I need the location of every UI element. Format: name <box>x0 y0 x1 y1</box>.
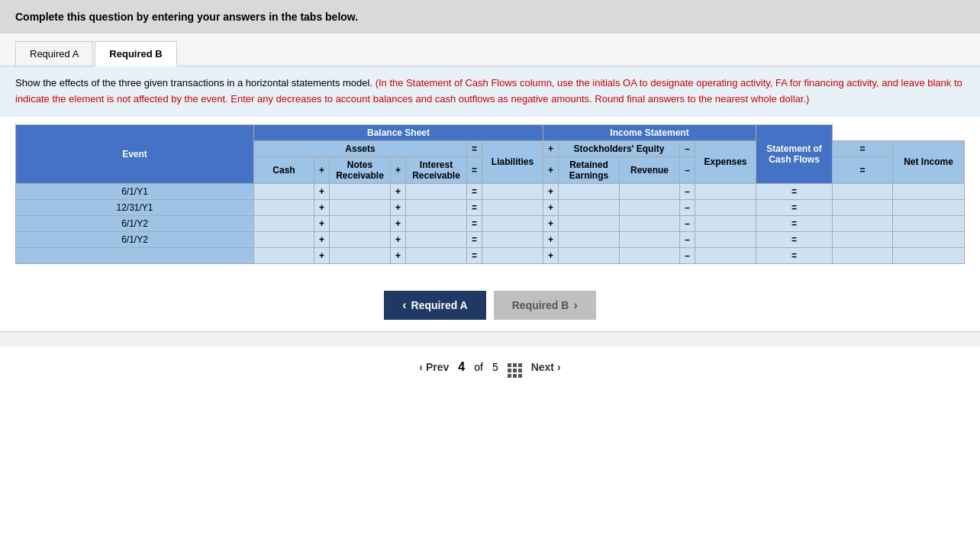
tab-required-b[interactable]: Required B <box>95 41 176 66</box>
table-row: + + = + – = <box>16 247 965 263</box>
liabilities-input-3[interactable] <box>482 215 543 231</box>
plus-cash: + <box>314 156 330 183</box>
cash-input-4[interactable] <box>254 231 314 247</box>
eq-op-4b: = <box>756 231 833 247</box>
of-label: of <box>474 361 483 373</box>
eq-op-3b: = <box>756 215 833 231</box>
eq-op-5b: = <box>756 247 833 263</box>
retained-input-2[interactable] <box>559 199 620 215</box>
se-header: Stockholders' Equity <box>559 140 680 156</box>
expenses-input-3[interactable] <box>695 215 756 231</box>
eq-op-3: = <box>467 215 482 231</box>
netincome-input-3[interactable] <box>833 215 893 231</box>
retained-input-3[interactable] <box>559 215 620 231</box>
minus-op-5: – <box>680 247 695 263</box>
cash-input-1[interactable] <box>254 183 314 199</box>
instructions-area: Show the effects of the three given tran… <box>0 66 980 117</box>
next-page-button[interactable]: Next › <box>531 361 561 373</box>
assets-header: Assets <box>254 140 467 156</box>
eq-assets: = <box>467 156 482 183</box>
event-label-3: 6/1/Y2 <box>16 215 254 231</box>
interest-receivable-header: Interest Receivable <box>406 156 467 183</box>
plus-op-2b: + <box>391 199 406 215</box>
scf-input-1[interactable] <box>893 183 965 199</box>
cash-header: Cash <box>254 156 314 183</box>
notes-input-3[interactable] <box>330 215 391 231</box>
tab-required-a[interactable]: Required A <box>15 41 93 66</box>
table-row: 6/1/Y2 + + = + – = <box>16 215 965 231</box>
netincome-input-2[interactable] <box>833 199 893 215</box>
plus-notes: + <box>391 156 406 183</box>
retained-input-4[interactable] <box>559 231 620 247</box>
next-button-label: Required B <box>512 299 569 311</box>
notes-input-2[interactable] <box>330 199 391 215</box>
liabilities-input-2[interactable] <box>482 199 543 215</box>
next-required-b-button[interactable]: Required B › <box>494 291 596 320</box>
notes-input-1[interactable] <box>330 183 391 199</box>
interest-input-2[interactable] <box>406 199 467 215</box>
eq-op-5: = <box>467 247 482 263</box>
minus-op-4: – <box>680 231 695 247</box>
notes-input-5[interactable] <box>330 247 391 263</box>
notes-receivable-header: Notes Receivable <box>330 156 391 183</box>
interest-input-4[interactable] <box>406 231 467 247</box>
revenue-input-4[interactable] <box>620 231 680 247</box>
prev-required-a-button[interactable]: ‹ Required A <box>384 291 485 320</box>
nav-buttons-area: ‹ Required A Required B › <box>0 279 980 331</box>
plus-liabilities: + <box>543 156 559 183</box>
cash-input-5[interactable] <box>254 247 314 263</box>
scf-input-5[interactable] <box>893 247 965 263</box>
cash-input-2[interactable] <box>254 199 314 215</box>
plus-op-1a: + <box>314 183 330 199</box>
expenses-input-5[interactable] <box>695 247 756 263</box>
revenue-input-3[interactable] <box>620 215 680 231</box>
minus-header: – <box>680 140 695 156</box>
revenue-input-5[interactable] <box>620 247 680 263</box>
plus1-header: + <box>543 140 559 156</box>
prev-page-button[interactable]: ‹ Prev <box>419 361 449 373</box>
revenue-input-1[interactable] <box>620 183 680 199</box>
event-col-header: Event <box>16 124 254 183</box>
income-statement-header: Income Statement <box>543 124 756 140</box>
instructions-black: Show the effects of the three given tran… <box>15 77 372 89</box>
netincome-input-5[interactable] <box>833 247 893 263</box>
bottom-scrollbar[interactable] <box>0 331 980 346</box>
plus-op-3a: + <box>314 215 330 231</box>
retained-input-1[interactable] <box>559 183 620 199</box>
scf-input-2[interactable] <box>893 199 965 215</box>
plus-op-4c: + <box>543 231 559 247</box>
netincome-input-1[interactable] <box>833 183 893 199</box>
expenses-input-1[interactable] <box>695 183 756 199</box>
event-label-4: 6/1/Y2 <box>16 231 254 247</box>
main-table: Event Balance Sheet Income Statement Sta… <box>15 124 965 264</box>
liabilities-input-5[interactable] <box>482 247 543 263</box>
netincome-input-4[interactable] <box>833 231 893 247</box>
scf-input-4[interactable] <box>893 231 965 247</box>
prev-label: Prev <box>426 361 449 373</box>
interest-input-1[interactable] <box>406 183 467 199</box>
expenses-header: Expenses <box>695 140 756 183</box>
pagination-area: ‹ Prev 4 of 5 Next › <box>0 346 980 388</box>
interest-input-3[interactable] <box>406 215 467 231</box>
cash-input-3[interactable] <box>254 215 314 231</box>
plus-op-3b: + <box>391 215 406 231</box>
grid-icon[interactable] <box>508 357 522 378</box>
scf-input-3[interactable] <box>893 215 965 231</box>
interest-input-5[interactable] <box>406 247 467 263</box>
liabilities-input-1[interactable] <box>482 183 543 199</box>
plus-op-1c: + <box>543 183 559 199</box>
next-chevron-icon: › <box>573 298 577 312</box>
revenue-input-2[interactable] <box>620 199 680 215</box>
plus-op-2a: + <box>314 199 330 215</box>
liabilities-input-4[interactable] <box>482 231 543 247</box>
minus-re: – <box>680 156 695 183</box>
revenue-header: Revenue <box>620 156 680 183</box>
expenses-input-2[interactable] <box>695 199 756 215</box>
expenses-input-4[interactable] <box>695 231 756 247</box>
balance-sheet-header: Balance Sheet <box>254 124 543 140</box>
retained-input-5[interactable] <box>559 247 620 263</box>
retained-earnings-header: Retained Earnings <box>559 156 620 183</box>
table-row: 6/1/Y2 + + = + – = <box>16 231 965 247</box>
table-row: 6/1/Y1 + + = + – = <box>16 183 965 199</box>
notes-input-4[interactable] <box>330 231 391 247</box>
